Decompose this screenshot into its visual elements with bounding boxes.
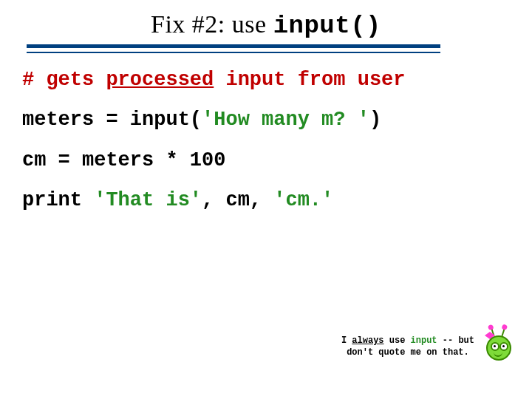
comment-rest: input from user [214, 69, 405, 91]
title-text: Fix #2: use [151, 10, 273, 38]
title-code: input() [273, 12, 381, 40]
fn-always: always [352, 335, 383, 346]
l4-str1: 'That is' [94, 189, 202, 211]
comment-hash: # gets [22, 69, 106, 91]
mascot-icon [482, 330, 513, 364]
code-block: # gets processed input from user meters … [22, 69, 513, 211]
l2-a: meters = input( [22, 109, 202, 131]
l4-b: , cm, [202, 189, 273, 211]
fn-post1: -- but [437, 335, 474, 346]
l2-b: ) [369, 109, 381, 131]
code-comment-line: # gets processed input from user [22, 69, 513, 90]
l2-string: 'How many m? ' [202, 109, 369, 131]
slide: Fix #2: use input() # gets processed inp… [0, 0, 532, 399]
fn-input: input [411, 335, 437, 346]
code-line-input: meters = input('How many m? ') [22, 109, 513, 130]
fn-line2: don't quote me on that. [347, 347, 469, 358]
title-divider [27, 44, 440, 53]
fn-mid: use [384, 335, 411, 346]
l4-str2: 'cm.' [273, 189, 333, 211]
fn-pre: I [341, 335, 352, 346]
slide-title: Fix #2: use input() [19, 10, 513, 40]
comment-underlined: processed [106, 69, 214, 91]
l4-a: print [22, 189, 94, 211]
code-line-print: print 'That is', cm, 'cm.' [22, 190, 513, 211]
footnote-area: I always use input -- but don't quote me… [341, 330, 513, 364]
footnote-text: I always use input -- but don't quote me… [341, 335, 474, 358]
code-line-cm: cm = meters * 100 [22, 150, 513, 171]
